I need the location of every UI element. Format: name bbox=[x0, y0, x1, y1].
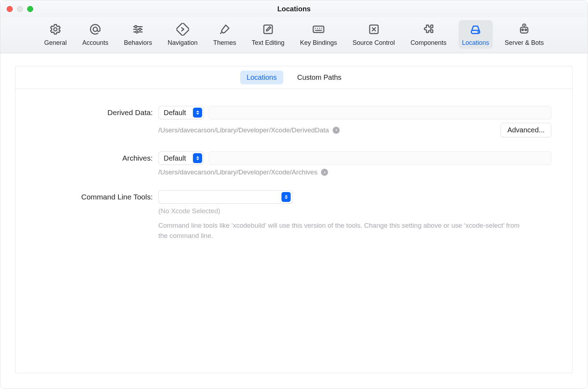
locations-form: Derived Data: Default /Users/dave bbox=[16, 89, 572, 258]
archives-path-input[interactable] bbox=[209, 151, 551, 165]
toolbar-item-text-editing[interactable]: Text Editing bbox=[248, 20, 288, 49]
arrow-right-circle-icon[interactable] bbox=[333, 127, 340, 134]
toolbar-item-key-bindings[interactable]: Key Bindings bbox=[296, 20, 340, 49]
toolbar-label: Behaviors bbox=[124, 39, 152, 47]
svg-rect-5 bbox=[176, 23, 189, 36]
gear-icon bbox=[49, 23, 62, 37]
svg-point-0 bbox=[54, 28, 57, 31]
archives-label: Archives: bbox=[37, 154, 158, 162]
svg-rect-7 bbox=[313, 26, 324, 32]
toolbar-label: Components bbox=[411, 39, 447, 47]
locations-panel: Locations Custom Paths Derived Data: Def… bbox=[15, 66, 573, 373]
tab-locations[interactable]: Locations bbox=[240, 71, 283, 84]
clt-hint: (No Xcode Selected) bbox=[158, 207, 551, 215]
subtab-bar: Locations Custom Paths bbox=[16, 66, 572, 89]
dropdown-value: Default bbox=[164, 154, 186, 162]
titlebar: Locations bbox=[0, 0, 588, 17]
toolbar-item-accounts[interactable]: Accounts bbox=[79, 20, 112, 49]
arrow-right-circle-icon[interactable] bbox=[321, 169, 328, 176]
toolbar-label: Server & Bots bbox=[505, 39, 544, 47]
toolbar-label: Accounts bbox=[82, 39, 108, 47]
robot-icon bbox=[518, 23, 531, 37]
drive-icon bbox=[469, 23, 482, 37]
svg-point-3 bbox=[139, 28, 141, 30]
archives-path-row: /Users/davecarson/Library/Developer/Xcod… bbox=[158, 168, 551, 176]
toolbar-label: Themes bbox=[213, 39, 236, 47]
svg-point-2 bbox=[135, 26, 137, 28]
svg-point-10 bbox=[478, 32, 479, 32]
derived-data-path: /Users/davecarson/Library/Developer/Xcod… bbox=[158, 126, 329, 134]
updown-chevron-icon bbox=[281, 192, 291, 202]
svg-point-12 bbox=[522, 29, 524, 31]
toolbar-item-locations[interactable]: Locations bbox=[459, 20, 493, 49]
at-icon bbox=[89, 23, 102, 37]
toolbar-item-themes[interactable]: Themes bbox=[210, 20, 240, 49]
keyboard-icon bbox=[312, 23, 325, 37]
archives-row: Archives: Default bbox=[37, 151, 551, 165]
svg-point-13 bbox=[525, 29, 527, 31]
toolbar-label: Locations bbox=[462, 39, 489, 47]
advanced-button[interactable]: Advanced... bbox=[501, 123, 551, 137]
svg-point-1 bbox=[93, 27, 97, 31]
clt-help-text: Command line tools like ‘xcodebuild’ wil… bbox=[158, 221, 529, 241]
toolbar-label: Text Editing bbox=[251, 39, 284, 47]
toolbar-label: Source Control bbox=[353, 39, 395, 47]
window-title: Locations bbox=[0, 5, 588, 13]
toolbar-item-navigation[interactable]: Navigation bbox=[164, 20, 201, 49]
clt-dropdown[interactable] bbox=[158, 190, 292, 204]
derived-data-dropdown[interactable]: Default bbox=[158, 106, 204, 119]
toolbar-label: Navigation bbox=[168, 39, 198, 47]
preferences-window: Locations General Accounts Behaviors Nav… bbox=[0, 0, 588, 389]
svg-point-4 bbox=[136, 31, 138, 33]
archives-path: /Users/davecarson/Library/Developer/Xcod… bbox=[158, 168, 317, 176]
updown-chevron-icon bbox=[193, 153, 202, 163]
navigation-arrow-icon bbox=[176, 23, 189, 37]
toolbar-item-server-bots[interactable]: Server & Bots bbox=[501, 20, 547, 49]
content-area: Locations Custom Paths Derived Data: Def… bbox=[0, 53, 588, 389]
svg-rect-6 bbox=[264, 25, 272, 34]
toolbar-item-source-control[interactable]: Source Control bbox=[349, 20, 399, 49]
derived-data-path-input[interactable] bbox=[209, 106, 551, 119]
derived-data-path-row: /Users/davecarson/Library/Developer/Xcod… bbox=[158, 123, 551, 137]
updown-chevron-icon bbox=[193, 108, 202, 118]
toolbar-item-general[interactable]: General bbox=[41, 20, 70, 49]
clt-row: Command Line Tools: bbox=[37, 190, 551, 204]
toolbar-label: General bbox=[44, 39, 67, 47]
toolbar-item-components[interactable]: Components bbox=[407, 20, 450, 49]
clt-label: Command Line Tools: bbox=[37, 193, 158, 201]
pencil-square-icon bbox=[262, 23, 274, 37]
preferences-toolbar: General Accounts Behaviors Navigation Th… bbox=[0, 17, 588, 53]
puzzle-icon bbox=[422, 23, 435, 37]
tab-custom-paths[interactable]: Custom Paths bbox=[291, 71, 348, 84]
paintbrush-icon bbox=[218, 23, 231, 37]
toolbar-item-behaviors[interactable]: Behaviors bbox=[120, 20, 156, 49]
sliders-icon bbox=[132, 23, 144, 37]
archives-dropdown[interactable]: Default bbox=[158, 151, 204, 165]
toolbar-label: Key Bindings bbox=[300, 39, 337, 47]
source-control-icon bbox=[368, 23, 380, 37]
derived-data-label: Derived Data: bbox=[37, 108, 158, 117]
dropdown-value: Default bbox=[164, 109, 186, 117]
derived-data-row: Derived Data: Default bbox=[37, 106, 551, 119]
